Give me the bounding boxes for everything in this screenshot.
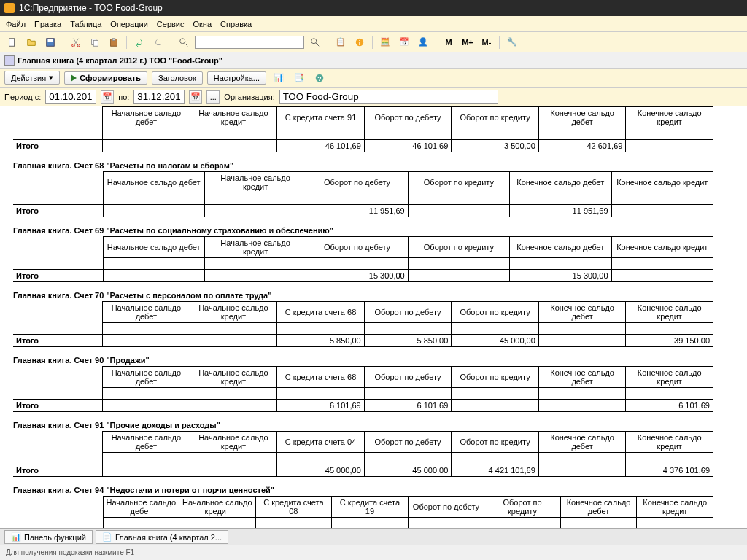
period-select-button[interactable]: ... <box>206 90 220 104</box>
play-icon <box>71 74 77 82</box>
svg-text:i: i <box>359 39 360 46</box>
help-button[interactable]: ? <box>311 70 328 86</box>
document-title: Главная книга (4 квартал 2012 г.) ТОО "F… <box>18 56 222 65</box>
window-title: 1С:Предприятие - ТОО Food-Group <box>19 3 163 13</box>
org-label: Организация: <box>224 93 274 101</box>
status-bar: 📊 Панель функций 📄 Главная книга (4 квар… <box>0 528 747 545</box>
new-button[interactable] <box>4 34 20 50</box>
undo-button[interactable] <box>131 34 147 50</box>
section-title: Главная книга. Счет 68 "Расчеты по налог… <box>13 155 734 171</box>
panel-functions-tab[interactable]: 📊 Панель функций <box>4 530 93 544</box>
menu-service[interactable]: Сервис <box>157 20 185 28</box>
section-title: Главная книга. Счет 70 "Расчеты с персон… <box>13 285 734 301</box>
ledger-table: Начальное сальдо дебетНачальное сальдо к… <box>13 366 713 412</box>
settings-button[interactable]: Настройка... <box>207 71 266 85</box>
svg-point-10 <box>311 38 317 43</box>
hint-bar: Для получения подсказки нажмите F1 <box>0 547 747 560</box>
svg-text:?: ? <box>317 74 321 82</box>
search-icon[interactable] <box>176 34 192 50</box>
app-logo-icon <box>4 3 15 13</box>
menu-operations[interactable]: Операции <box>110 20 147 28</box>
redo-button[interactable] <box>150 34 166 50</box>
calendar-button[interactable]: 📅 <box>396 34 412 50</box>
chevron-down-icon: ▾ <box>49 73 53 82</box>
ledger-table: Начальное сальдо дебетНачальное сальдо к… <box>13 496 713 529</box>
tab-icon <box>4 55 15 66</box>
org-input[interactable] <box>279 90 498 104</box>
cut-button[interactable] <box>68 34 84 50</box>
form-button[interactable]: Сформировать <box>64 71 147 85</box>
menu-help[interactable]: Справка <box>220 20 252 28</box>
svg-point-3 <box>72 44 75 47</box>
date-to-input[interactable] <box>133 90 185 104</box>
ledger-table: Начальное сальдо дебетНачальное сальдо к… <box>13 236 713 282</box>
open-button[interactable] <box>23 34 39 50</box>
date-from-input[interactable] <box>45 90 96 104</box>
menu-windows[interactable]: Окна <box>193 20 212 28</box>
window-titlebar: 1С:Предприятие - ТОО Food-Group <box>0 0 747 16</box>
user-button[interactable]: 👤 <box>415 34 431 50</box>
calc-button[interactable]: 🧮 <box>377 34 393 50</box>
document-tab-header: Главная книга (4 квартал 2012 г.) ТОО "F… <box>0 52 747 69</box>
m-minus-button[interactable]: M- <box>479 34 495 50</box>
search-go-button[interactable] <box>307 34 323 50</box>
section-title: Главная книга. Счет 94 "Недостачи и поте… <box>13 480 734 496</box>
menu-edit[interactable]: Правка <box>34 20 61 28</box>
paste-button[interactable] <box>106 34 122 50</box>
header-button[interactable]: Заголовок <box>152 71 203 85</box>
to-label: по: <box>118 93 129 101</box>
report-content[interactable]: Начальное сальдо дебетНачальное сальдо к… <box>0 106 747 529</box>
date-to-picker[interactable]: 📅 <box>189 90 202 104</box>
date-from-picker[interactable]: 📅 <box>101 90 114 104</box>
copy-button[interactable] <box>87 34 103 50</box>
ledger-table: Начальное сальдо дебетНачальное сальдо к… <box>13 431 713 477</box>
svg-rect-2 <box>48 39 53 42</box>
actions-button[interactable]: Действия ▾ <box>4 71 60 85</box>
document-toolbar: Действия ▾ Сформировать Заголовок Настро… <box>0 69 747 88</box>
sort-icon[interactable]: 📑 <box>291 70 307 86</box>
ledger-table: Начальное сальдо дебетНачальное сальдо к… <box>13 301 713 347</box>
section-title: Главная книга. Счет 90 "Продажи" <box>13 350 734 366</box>
ledger-tab[interactable]: 📄 Главная книга (4 квартал 2... <box>96 530 228 544</box>
period-label: Период с: <box>4 93 41 101</box>
svg-point-4 <box>77 44 80 47</box>
m-button[interactable]: M <box>441 34 457 50</box>
ledger-table: Начальное сальдо дебетНачальное сальдо к… <box>13 106 713 152</box>
help-icon[interactable]: i <box>352 34 368 50</box>
filter-icon[interactable]: 📊 <box>271 70 287 86</box>
params-bar: Период с: 📅 по: 📅 ... Организация: <box>0 88 747 106</box>
m-plus-button[interactable]: M+ <box>460 34 476 50</box>
main-toolbar: 📋 i 🧮 📅 👤 M M+ M- 🔧 <box>0 32 747 52</box>
section-title: Главная книга. Счет 91 "Прочие доходы и … <box>13 415 734 431</box>
section-title: Главная книга. Счет 69 "Расчеты по социа… <box>13 220 734 236</box>
panel-icon: 📊 <box>11 532 21 542</box>
ledger-table: Начальное сальдо дебетНачальное сальдо к… <box>13 171 713 217</box>
wrench-icon[interactable]: 🔧 <box>504 34 520 50</box>
save-button[interactable] <box>42 34 58 50</box>
document-icon: 📄 <box>102 532 112 542</box>
main-menu: Файл Правка Таблица Операции Сервис Окна… <box>0 16 747 32</box>
svg-rect-6 <box>93 40 98 46</box>
menu-table[interactable]: Таблица <box>70 20 101 28</box>
search-input[interactable] <box>195 36 304 49</box>
report-button[interactable]: 📋 <box>333 34 349 50</box>
svg-point-9 <box>180 38 185 43</box>
menu-file[interactable]: Файл <box>6 20 26 28</box>
svg-rect-8 <box>112 38 115 40</box>
svg-rect-0 <box>9 38 15 46</box>
